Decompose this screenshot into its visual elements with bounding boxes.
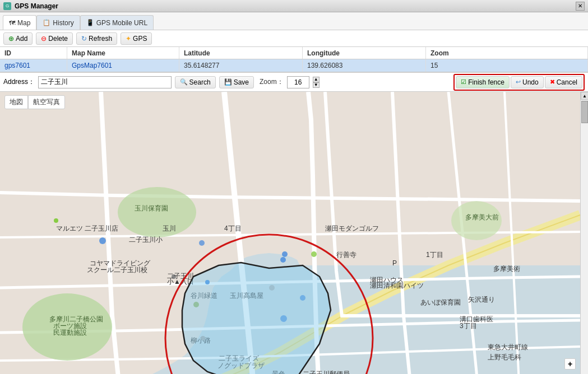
table-header: ID Map Name Latitude Longitude Zoom [0, 47, 588, 59]
gps-icon: ✦ [126, 35, 131, 43]
toolbar: ⊕ Add ⊖ Delete ↻ Refresh ✦ GPS [0, 30, 588, 47]
search-button[interactable]: 🔍 Search [175, 76, 216, 88]
address-label: Address： [3, 77, 35, 87]
zoom-input[interactable] [287, 76, 309, 88]
cancel-label: Cancel [557, 78, 577, 86]
address-input[interactable] [38, 76, 172, 88]
svg-point-5 [118, 187, 196, 237]
gps-url-tab-icon: 📱 [86, 19, 94, 26]
svg-text:4丁目: 4丁目 [224, 225, 242, 232]
map-tab-icon: 🗺 [9, 20, 15, 26]
finish-icon: ☑ [461, 78, 466, 86]
svg-point-58 [311, 251, 317, 257]
svg-text:1丁目: 1丁目 [426, 251, 443, 259]
svg-text:3丁目: 3丁目 [460, 322, 477, 330]
map-tab-map[interactable]: 地図 [4, 95, 28, 109]
tab-bar: 🗺 Map 📋 History 📱 GPS Mobile URL [0, 12, 588, 30]
gps-button[interactable]: ✦ GPS [121, 32, 152, 45]
map-tab-label: Map [17, 19, 30, 27]
address-bar: Address： 🔍 Search 💾 Save Zoom： ▲ ▼ ☑ Fin… [0, 73, 588, 92]
gps-label: GPS [133, 35, 147, 43]
close-button[interactable]: ✕ [576, 2, 585, 11]
svg-text:東急大井町線: 東急大井町線 [488, 343, 528, 351]
svg-text:二子玉川郵便局: 二子玉川郵便局 [303, 370, 350, 374]
map-tabs: 地図 航空写真 [4, 95, 65, 109]
svg-text:民運動施設: 民運動施設 [53, 329, 87, 336]
cell-longitude: 139.626083 [303, 59, 426, 72]
col-header-id: ID [0, 47, 67, 59]
cell-latitude: 35.6148277 [179, 59, 303, 72]
save-label: Save [234, 78, 249, 86]
col-header-zoom: Zoom [426, 47, 588, 59]
refresh-icon: ↻ [81, 35, 87, 43]
cell-zoom: 15 [426, 59, 588, 72]
app-icon: G [3, 2, 11, 10]
delete-label: Delete [48, 35, 68, 43]
zoom-down-arrow[interactable]: ▼ [313, 82, 320, 88]
svg-text:行善寺: 行善寺 [336, 251, 356, 259]
title-bar: G GPS Manager ✕ [0, 0, 588, 12]
table-section: ID Map Name Latitude Longitude Zoom gps7… [0, 47, 588, 73]
history-tab-icon: 📋 [43, 19, 50, 26]
svg-point-46 [99, 237, 106, 244]
history-tab-label: History [53, 19, 73, 27]
svg-marker-66 [182, 263, 331, 374]
scroll-up-button[interactable]: ▲ [581, 92, 588, 100]
save-icon: 💾 [224, 78, 232, 86]
map-svg: 多摩川二子橋公園 ボーツ施設 民運動施設 玉川保育園 多摩美大前 兵庫島公園 二… [0, 92, 588, 374]
zoom-plus-button[interactable]: + [564, 358, 576, 370]
add-button[interactable]: ⊕ Add [3, 32, 33, 45]
cell-id: gps7601 [0, 59, 67, 72]
add-icon: ⊕ [8, 35, 14, 43]
refresh-button[interactable]: ↻ Refresh [76, 32, 117, 45]
svg-text:スクール二子玉川校: スクール二子玉川校 [87, 266, 147, 274]
svg-text:マルエツ 二子玉川店: マルエツ 二子玉川店 [56, 225, 118, 232]
table-row[interactable]: gps7601 GpsMap7601 35.6148277 139.626083… [0, 59, 588, 72]
save-button[interactable]: 💾 Save [219, 76, 254, 88]
search-label: Search [189, 78, 211, 86]
window-title: GPS Manager [15, 2, 58, 10]
tab-map[interactable]: 🗺 Map [3, 15, 36, 30]
col-header-map-name: Map Name [67, 47, 179, 59]
cancel-button[interactable]: ✖ Cancel [545, 76, 582, 88]
gps-url-tab-label: GPS Mobile URL [96, 19, 147, 27]
svg-text:玉川保育園: 玉川保育園 [135, 204, 168, 212]
svg-text:瀬田モダンゴルフ: 瀬田モダンゴルフ [325, 225, 379, 232]
cancel-icon: ✖ [550, 78, 555, 86]
col-header-longitude: Longitude [303, 47, 426, 59]
fence-group: ☑ Finish fence ↩ Undo ✖ Cancel [453, 74, 585, 91]
map-container[interactable]: 多摩川二子橋公園 ボーツ施設 民運動施設 玉川保育園 多摩美大前 兵庫島公園 二… [0, 92, 588, 374]
refresh-label: Refresh [89, 35, 112, 43]
svg-text:二子玉川小: 二子玉川小 [129, 236, 163, 244]
col-header-latitude: Latitude [179, 47, 303, 59]
svg-text:多摩美術: 多摩美術 [493, 265, 520, 273]
delete-button[interactable]: ⊖ Delete [36, 32, 73, 45]
svg-text:矢沢通り: 矢沢通り [468, 296, 495, 303]
svg-text:P: P [392, 259, 397, 267]
svg-point-55 [280, 257, 286, 263]
svg-point-51 [282, 251, 288, 257]
svg-text:瀬田清和園ハイツ: 瀬田清和園ハイツ [370, 282, 424, 289]
svg-text:あいぼ保育園: あいぼ保育園 [420, 298, 461, 306]
tab-gps-mobile-url[interactable]: 📱 GPS Mobile URL [80, 15, 154, 30]
svg-text:玉川: 玉川 [163, 225, 176, 232]
undo-icon: ↩ [516, 78, 521, 86]
delete-icon: ⊖ [41, 35, 47, 43]
zoom-label: Zoom： [260, 77, 284, 87]
undo-label: Undo [522, 78, 539, 86]
svg-point-47 [199, 240, 205, 246]
map-tab-aerial[interactable]: 航空写真 [28, 95, 65, 109]
zoom-up-arrow[interactable]: ▲ [313, 77, 320, 82]
svg-point-61 [54, 218, 58, 223]
finish-fence-button[interactable]: ☑ Finish fence [456, 76, 510, 88]
undo-button[interactable]: ↩ Undo [511, 76, 544, 88]
scroll-thumb[interactable] [581, 101, 588, 123]
map-scrollbar[interactable]: ▲ [580, 92, 588, 374]
zoom-arrows: ▲ ▼ [313, 77, 320, 88]
svg-text:上野毛毛科: 上野毛毛科 [488, 353, 521, 361]
tab-history[interactable]: 📋 History [36, 15, 80, 30]
svg-text:多摩美大前: 多摩美大前 [465, 213, 499, 221]
finish-fence-label: Finish fence [468, 78, 504, 86]
cell-map-name: GpsMap7601 [67, 59, 179, 72]
add-label: Add [16, 35, 27, 43]
